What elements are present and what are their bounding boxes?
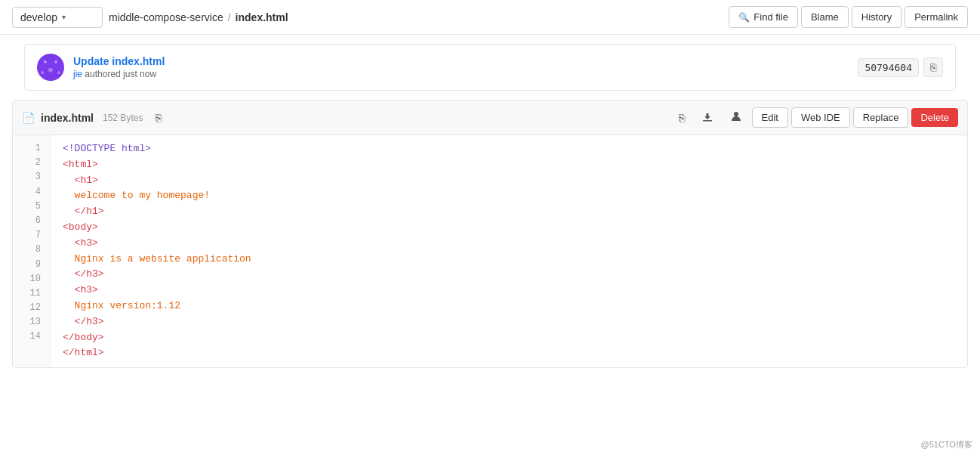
edit-button[interactable]: Edit <box>752 107 788 128</box>
code-line: <html> <box>63 157 967 173</box>
branch-name: develop <box>20 11 57 23</box>
code-line: </h1> <box>63 204 967 220</box>
history-button[interactable]: History <box>852 6 901 28</box>
top-bar-actions: 🔍 Find file Blame History Permalink <box>729 6 968 28</box>
blame-file-button[interactable] <box>723 107 749 128</box>
commit-meta: jie authored just now <box>73 69 858 79</box>
line-number: 2 <box>13 156 50 170</box>
line-number: 12 <box>13 301 50 315</box>
web-ide-button[interactable]: Web IDE <box>791 107 850 128</box>
blame-button[interactable]: Blame <box>801 6 849 28</box>
code-line: Nginx is a website application <box>63 252 967 268</box>
breadcrumb: middle-compose-service / index.html <box>109 11 723 23</box>
line-number: 11 <box>13 286 50 301</box>
avatar-pattern <box>37 54 64 81</box>
find-file-button[interactable]: 🔍 Find file <box>729 6 798 28</box>
watermark: @51CTO博客 <box>921 439 972 450</box>
copy-path-icon: ⎘ <box>156 112 162 124</box>
code-line: Nginx version:1.12 <box>63 299 967 314</box>
copy-hash-button[interactable]: ⎘ <box>923 57 943 77</box>
code-line: welcome to my homepage! <box>63 188 967 204</box>
line-number: 6 <box>13 214 50 228</box>
code-line: </h3> <box>63 314 967 330</box>
main-container: develop ▾ middle-compose-service / index… <box>0 0 980 458</box>
commit-info: Update index.html jie authored just now <box>73 55 858 79</box>
line-number: 4 <box>13 185 50 200</box>
file-size: 152 Bytes <box>103 113 143 123</box>
line-number: 5 <box>13 200 50 214</box>
code-line: </body> <box>63 330 967 346</box>
search-icon: 🔍 <box>738 12 750 23</box>
line-number: 3 <box>13 170 50 184</box>
copy-icon: ⎘ <box>930 61 936 73</box>
line-number: 14 <box>13 330 50 344</box>
line-number: 1 <box>13 141 50 156</box>
chevron-down-icon: ▾ <box>62 13 66 21</box>
permalink-button[interactable]: Permalink <box>904 6 968 28</box>
line-number: 13 <box>13 315 50 330</box>
code-line: </html> <box>63 345 967 361</box>
file-header-actions: ⎘ Edit Web IDE Replace Delete <box>672 107 958 128</box>
line-numbers: 1234567891011121314 <box>13 135 51 367</box>
copy-content-button[interactable]: ⎘ <box>672 108 692 128</box>
commit-hash: 50794604 <box>858 58 919 77</box>
branch-selector[interactable]: develop ▾ <box>12 7 103 28</box>
code-line: <h3> <box>63 236 967 252</box>
code-line: <h1> <box>63 173 967 189</box>
code-line: <!DOCTYPE html> <box>63 141 967 157</box>
code-lines: <!DOCTYPE html><html> <h1> welcome to my… <box>51 135 967 367</box>
code-line: </h3> <box>63 267 967 283</box>
copy-file-path-button[interactable]: ⎘ <box>149 108 168 128</box>
line-number: 8 <box>13 243 50 257</box>
download-button[interactable] <box>695 107 720 128</box>
code-line: <body> <box>63 220 967 236</box>
svg-rect-0 <box>703 120 712 122</box>
code-line: <h3> <box>63 283 967 299</box>
line-number: 9 <box>13 258 50 272</box>
file-name: index.html <box>41 112 94 124</box>
delete-button[interactable]: Delete <box>911 108 958 127</box>
commit-author[interactable]: jie <box>73 69 82 79</box>
svg-point-1 <box>734 112 738 116</box>
line-number: 7 <box>13 228 50 243</box>
line-number: 10 <box>13 272 50 286</box>
breadcrumb-file: index.html <box>236 11 288 23</box>
commit-hash-container: 50794604 ⎘ <box>858 57 943 77</box>
breadcrumb-repo[interactable]: middle-compose-service <box>109 11 223 23</box>
code-container: 1234567891011121314 <!DOCTYPE html><html… <box>13 135 967 367</box>
breadcrumb-separator: / <box>228 11 231 23</box>
file-viewer: 📄 index.html 152 Bytes ⎘ ⎘ Edit Web IDE … <box>12 100 968 368</box>
file-icon: 📄 <box>22 112 35 124</box>
file-header: 📄 index.html 152 Bytes ⎘ ⎘ Edit Web IDE … <box>13 101 967 135</box>
replace-button[interactable]: Replace <box>853 107 909 128</box>
commit-message[interactable]: Update index.html <box>73 55 858 67</box>
top-bar: develop ▾ middle-compose-service / index… <box>0 0 980 35</box>
avatar <box>37 54 64 81</box>
commit-bar: Update index.html jie authored just now … <box>24 44 956 91</box>
